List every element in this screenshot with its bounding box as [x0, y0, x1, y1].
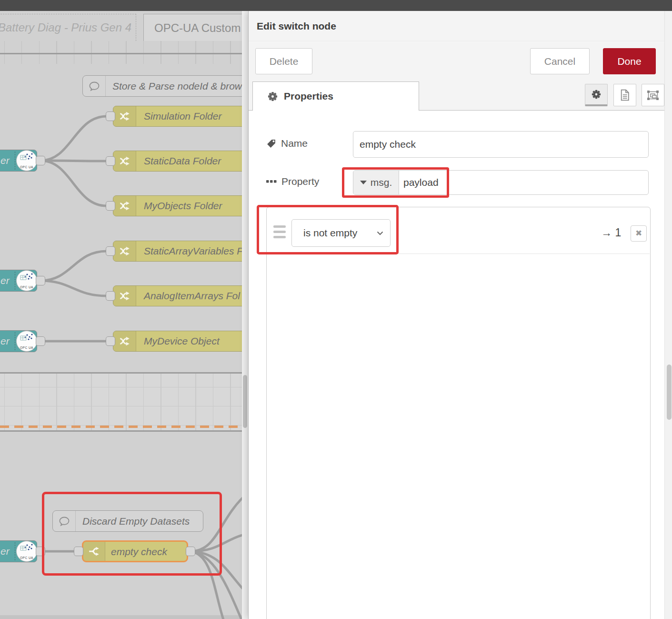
group-edge-top [0, 372, 242, 374]
flow-tab-battery-diag[interactable]: Battery Diag - Prius Gen 4 [0, 14, 136, 41]
node-label: MyObjects Folder [136, 196, 222, 216]
output-port[interactable] [36, 336, 45, 346]
opcua-browser-node[interactable]: er OPC UA [0, 330, 37, 352]
wire [40, 161, 107, 161]
canvas-grid-region [0, 373, 242, 430]
input-port[interactable] [106, 336, 115, 346]
output-port[interactable] [36, 156, 45, 165]
canvas-scrollbar[interactable] [242, 11, 248, 619]
speech-bubble-icon [83, 76, 106, 96]
dialog-button-row: Delete Cancel Done [249, 42, 672, 80]
wire [40, 251, 107, 281]
node-label: StaticData Folder [136, 151, 221, 171]
opcua-badge-icon: OPC UA [16, 150, 37, 171]
switch-node-analogitemarrays[interactable]: AnalogItemArrays Fol [113, 285, 242, 306]
ellipsis-icon [266, 180, 277, 183]
switch-node-mydevice-object[interactable]: MyDevice Object [113, 331, 242, 352]
input-port[interactable] [106, 201, 115, 211]
group-appearance-icon [647, 90, 659, 101]
highlight-rectangle-rule [257, 205, 399, 254]
flow-tab-label: OPC-UA Custom [154, 21, 241, 34]
flow-canvas[interactable]: Battery Diag - Prius Gen 4 OPC-UA Custom [0, 11, 242, 619]
done-button[interactable]: Done [603, 48, 656, 74]
flow-tab-opcua-custom[interactable]: OPC-UA Custom [143, 14, 242, 41]
delete-button[interactable]: Delete [255, 48, 312, 74]
gear-icon [267, 91, 278, 102]
comment-label: Store & Parse nodeId & brow [106, 76, 242, 96]
node-separator [15, 152, 15, 170]
canvas-grid-ticks [0, 41, 242, 64]
remove-rule-button[interactable]: ✖ [631, 225, 647, 242]
name-input[interactable]: empty check [353, 131, 649, 158]
switch-shuffle-icon [113, 151, 136, 171]
wire [40, 116, 107, 161]
switch-node-staticarrayvariables[interactable]: StaticArrayVariables F [113, 241, 242, 262]
node-red-editor: Battery Diag - Prius Gen 4 OPC-UA Custom [0, 0, 672, 619]
input-port[interactable] [106, 112, 115, 121]
switch-shuffle-icon [113, 196, 136, 216]
dialog-title: Edit switch node [249, 11, 672, 41]
switch-node-simulation-folder[interactable]: Simulation Folder [113, 106, 242, 127]
canvas-bottom-scroll-strip [0, 615, 242, 619]
flow-tab-bar: Battery Diag - Prius Gen 4 OPC-UA Custom [0, 11, 242, 41]
tag-icon [266, 139, 276, 149]
node-label: StaticArrayVariables F [136, 241, 242, 261]
dialog-header: Edit switch node [249, 11, 672, 41]
appearance-view-button[interactable] [642, 84, 664, 106]
switch-shuffle-icon [113, 286, 136, 306]
dialog-tab-bar: Properties [249, 80, 672, 111]
group-dashed-border [0, 426, 242, 428]
opcua-browser-node[interactable]: er OPC UA [0, 540, 37, 562]
input-port[interactable] [106, 246, 115, 256]
switch-shuffle-icon [113, 106, 136, 126]
node-label: MyDevice Object [136, 331, 220, 351]
output-port[interactable] [36, 276, 45, 285]
tab-properties[interactable]: Properties [252, 81, 419, 111]
highlight-rectangle-canvas [42, 492, 222, 576]
node-separator [15, 272, 15, 290]
node-separator [15, 332, 15, 350]
edit-switch-node-dialog: Edit switch node Delete Cancel Done Prop… [248, 11, 672, 619]
highlight-rectangle-property [342, 167, 449, 198]
wire [40, 161, 107, 206]
canvas-top-edge [0, 53, 242, 54]
canvas-scrollbar-thumb[interactable] [243, 375, 247, 428]
name-field-label: Name [266, 138, 308, 149]
node-label: er [0, 270, 10, 291]
flow-tab-label: Battery Diag - Prius Gen 4 [0, 21, 131, 34]
node-label: er [0, 150, 10, 171]
node-label: er [0, 541, 10, 562]
node-label: Simulation Folder [136, 106, 221, 126]
opcua-badge-icon: OPC UA [16, 331, 37, 352]
node-label: er [0, 331, 10, 352]
node-separator [15, 542, 15, 560]
opcua-badge-icon: OPC UA [16, 270, 37, 291]
dialog-scrollbar[interactable] [664, 11, 672, 619]
input-port[interactable] [106, 156, 115, 166]
opcua-browser-node[interactable]: er OPC UA [0, 150, 37, 172]
switch-shuffle-icon [113, 241, 136, 261]
comment-node-store-parse[interactable]: Store & Parse nodeId & brow [82, 75, 242, 97]
group-edge-bottom [0, 430, 242, 432]
property-field-label: Property [266, 176, 319, 187]
rule-output-indicator: → 1 [601, 226, 621, 239]
wire [40, 281, 107, 296]
gear-icon [591, 89, 602, 100]
tab-properties-label: Properties [284, 91, 333, 102]
input-port[interactable] [106, 291, 115, 301]
node-label: AnalogItemArrays Fol [136, 286, 240, 306]
opcua-badge-icon: OPC UA [16, 541, 37, 562]
switch-shuffle-icon [113, 331, 136, 351]
switch-node-myobjects-folder[interactable]: MyObjects Folder [113, 195, 242, 216]
properties-view-button[interactable] [585, 84, 608, 106]
document-icon [620, 89, 630, 101]
description-view-button[interactable] [613, 84, 636, 106]
switch-node-staticdata-folder[interactable]: StaticData Folder [113, 151, 242, 172]
editor-header-bar [0, 0, 672, 11]
cancel-button[interactable]: Cancel [530, 48, 590, 74]
opcua-browser-node[interactable]: er OPC UA [0, 270, 37, 292]
dialog-scrollbar-thumb[interactable] [667, 365, 672, 420]
rules-list: is not empty → 1 ✖ [266, 207, 651, 619]
